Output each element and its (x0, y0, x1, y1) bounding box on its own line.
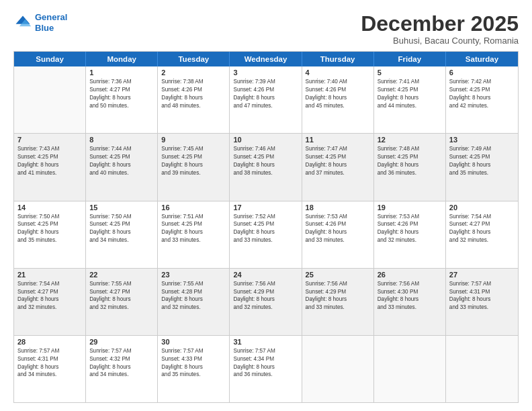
daylight: Daylight: 8 hours (89, 161, 154, 169)
weekday-monday: Monday (86, 52, 158, 66)
sunrise: Sunrise: 7:48 AM (378, 145, 442, 153)
weekday-tuesday: Tuesday (158, 52, 230, 66)
cal-cell-1-6: 13 Sunrise: 7:49 AM Sunset: 4:25 PM Dayl… (446, 134, 518, 200)
daylight: Daylight: 8 hours (161, 295, 226, 304)
daylight2: and 38 minutes. (233, 169, 298, 177)
sunset: Sunset: 4:25 PM (378, 153, 442, 161)
day-number: 31 (233, 338, 298, 346)
daylight2: and 48 minutes. (161, 102, 226, 110)
cal-cell-2-5: 19 Sunrise: 7:53 AM Sunset: 4:26 PM Dayl… (374, 201, 446, 268)
cal-cell-2-4: 18 Sunrise: 7:53 AM Sunset: 4:26 PM Dayl… (302, 201, 374, 268)
weekday-friday: Friday (374, 52, 446, 66)
daylight: Daylight: 8 hours (161, 363, 226, 371)
day-number: 8 (89, 136, 154, 144)
daylight: Daylight: 8 hours (449, 94, 515, 102)
sunrise: Sunrise: 7:56 AM (233, 280, 298, 288)
day-number: 12 (378, 136, 442, 144)
weekday-wednesday: Wednesday (230, 52, 302, 66)
sunset: Sunset: 4:25 PM (89, 220, 154, 228)
daylight2: and 36 minutes. (233, 371, 298, 379)
cal-cell-0-2: 2 Sunrise: 7:38 AM Sunset: 4:26 PM Dayli… (158, 66, 230, 133)
day-number: 30 (161, 338, 226, 346)
sunrise: Sunrise: 7:51 AM (161, 213, 226, 221)
sunset: Sunset: 4:25 PM (89, 153, 154, 161)
day-number: 4 (306, 68, 370, 77)
daylight2: and 33 minutes. (161, 236, 226, 244)
daylight2: and 33 minutes. (233, 236, 298, 244)
day-number: 19 (378, 203, 442, 212)
cal-cell-0-0 (14, 66, 86, 133)
day-number: 6 (449, 68, 515, 77)
sunset: Sunset: 4:25 PM (378, 86, 442, 94)
daylight: Daylight: 8 hours (378, 94, 442, 102)
daylight2: and 34 minutes. (89, 371, 154, 379)
sunrise: Sunrise: 7:54 AM (449, 213, 515, 221)
sunrise: Sunrise: 7:46 AM (233, 145, 298, 153)
daylight2: and 35 minutes. (17, 236, 82, 244)
cal-cell-2-1: 15 Sunrise: 7:50 AM Sunset: 4:25 PM Dayl… (86, 201, 158, 268)
day-number: 24 (233, 271, 298, 279)
daylight2: and 33 minutes. (306, 304, 370, 312)
day-number: 14 (17, 203, 82, 212)
daylight2: and 39 minutes. (161, 169, 226, 177)
sunrise: Sunrise: 7:53 AM (306, 213, 370, 221)
daylight: Daylight: 8 hours (233, 363, 298, 371)
cal-cell-4-4 (302, 336, 374, 402)
sunset: Sunset: 4:25 PM (17, 220, 82, 228)
daylight: Daylight: 8 hours (89, 295, 154, 304)
sunset: Sunset: 4:25 PM (449, 86, 515, 94)
daylight2: and 36 minutes. (378, 169, 442, 177)
sunset: Sunset: 4:26 PM (378, 220, 442, 228)
sunset: Sunset: 4:29 PM (233, 288, 298, 296)
day-number: 13 (449, 136, 515, 144)
daylight: Daylight: 8 hours (17, 161, 82, 169)
day-number: 9 (161, 136, 226, 144)
day-number: 5 (378, 68, 442, 77)
sunrise: Sunrise: 7:52 AM (233, 213, 298, 221)
daylight: Daylight: 8 hours (306, 228, 370, 236)
daylight: Daylight: 8 hours (306, 94, 370, 102)
daylight: Daylight: 8 hours (378, 161, 442, 169)
sunset: Sunset: 4:25 PM (161, 220, 226, 228)
sunrise: Sunrise: 7:39 AM (233, 78, 298, 86)
cal-cell-4-6 (446, 336, 518, 402)
cal-cell-0-5: 5 Sunrise: 7:41 AM Sunset: 4:25 PM Dayli… (374, 66, 446, 133)
cal-cell-3-6: 27 Sunrise: 7:57 AM Sunset: 4:31 PM Dayl… (446, 269, 518, 335)
sunrise: Sunrise: 7:50 AM (89, 213, 154, 221)
cal-cell-1-3: 10 Sunrise: 7:46 AM Sunset: 4:25 PM Dayl… (230, 134, 302, 200)
cal-cell-0-3: 3 Sunrise: 7:39 AM Sunset: 4:26 PM Dayli… (230, 66, 302, 133)
logo-line1: General (35, 12, 67, 22)
calendar-header: Sunday Monday Tuesday Wednesday Thursday… (14, 52, 518, 66)
sunset: Sunset: 4:26 PM (306, 86, 370, 94)
cal-cell-4-2: 30 Sunrise: 7:57 AM Sunset: 4:33 PM Dayl… (158, 336, 230, 402)
title-block: December 2025 Buhusi, Bacau County, Roma… (361, 12, 519, 46)
sunrise: Sunrise: 7:53 AM (378, 213, 442, 221)
sunrise: Sunrise: 7:43 AM (17, 145, 82, 153)
sunset: Sunset: 4:27 PM (17, 288, 82, 296)
sunset: Sunset: 4:25 PM (449, 153, 515, 161)
sunset: Sunset: 4:26 PM (306, 220, 370, 228)
sunset: Sunset: 4:25 PM (233, 220, 298, 228)
sunrise: Sunrise: 7:50 AM (17, 213, 82, 221)
daylight: Daylight: 8 hours (449, 161, 515, 169)
daylight2: and 32 minutes. (161, 304, 226, 312)
daylight: Daylight: 8 hours (306, 161, 370, 169)
daylight: Daylight: 8 hours (161, 161, 226, 169)
month-title: December 2025 (361, 12, 519, 36)
cal-cell-4-3: 31 Sunrise: 7:57 AM Sunset: 4:34 PM Dayl… (230, 336, 302, 402)
header: General Blue December 2025 Buhusi, Bacau… (13, 12, 519, 46)
sunrise: Sunrise: 7:45 AM (161, 145, 226, 153)
cal-cell-2-2: 16 Sunrise: 7:51 AM Sunset: 4:25 PM Dayl… (158, 201, 230, 268)
sunrise: Sunrise: 7:56 AM (306, 280, 370, 288)
daylight2: and 44 minutes. (378, 102, 442, 110)
sunset: Sunset: 4:27 PM (449, 220, 515, 228)
sunset: Sunset: 4:27 PM (89, 288, 154, 296)
cal-cell-4-5 (374, 336, 446, 402)
cal-cell-3-2: 23 Sunrise: 7:55 AM Sunset: 4:28 PM Dayl… (158, 269, 230, 335)
sunrise: Sunrise: 7:56 AM (378, 280, 442, 288)
cal-cell-3-3: 24 Sunrise: 7:56 AM Sunset: 4:29 PM Dayl… (230, 269, 302, 335)
cal-cell-3-4: 25 Sunrise: 7:56 AM Sunset: 4:29 PM Dayl… (302, 269, 374, 335)
cal-cell-3-0: 21 Sunrise: 7:54 AM Sunset: 4:27 PM Dayl… (14, 269, 86, 335)
daylight: Daylight: 8 hours (17, 295, 82, 304)
day-number: 10 (233, 136, 298, 144)
